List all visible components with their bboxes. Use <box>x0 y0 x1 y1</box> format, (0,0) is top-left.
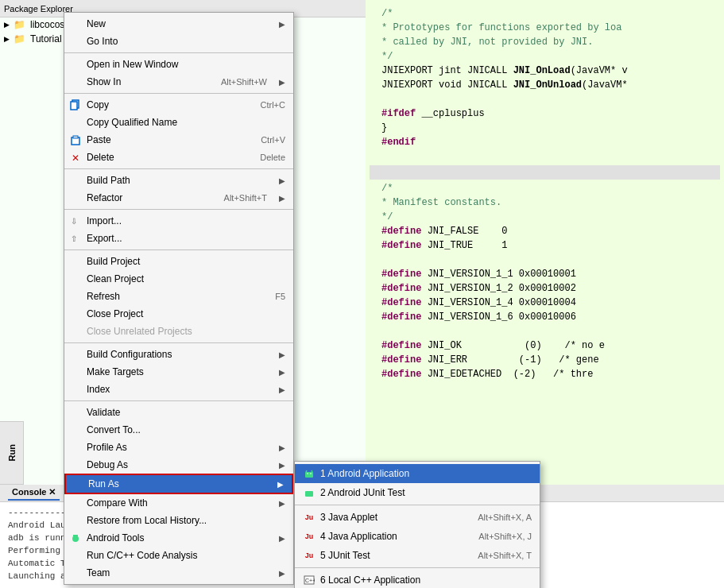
submenu-arrow-android-tools: ▶ <box>279 534 285 543</box>
tab-console[interactable]: Console ✕ <box>8 485 60 501</box>
menu-item-show-in[interactable]: Show In Alt+Shift+W ▶ <box>64 73 293 91</box>
run-button-label: Run <box>7 444 17 461</box>
menu-label-paste: Paste <box>87 134 111 145</box>
local-cpp-icon: C++ <box>303 574 316 586</box>
submenu-label-android-junit: 2 Android JUnit Test <box>320 487 405 498</box>
shortcut-show-in: Alt+Shift+W <box>221 77 267 87</box>
menu-item-debug-as[interactable]: Debug As ▶ <box>64 456 293 474</box>
submenu-run-as: 1 Android Application 2 Android JUnit Te… <box>294 461 540 588</box>
submenu-arrow-show-in: ▶ <box>279 78 285 87</box>
import-icon: ⇩ <box>69 215 82 227</box>
submenu-arrow-build-configurations: ▶ <box>279 350 285 359</box>
java-applet-icon: Ju <box>303 511 316 524</box>
menu-label-copy: Copy <box>87 99 109 110</box>
menu-label-delete: Delete <box>87 152 114 163</box>
submenu-item-junit-test[interactable]: Ju 5 JUnit Test Alt+Shift+X, T <box>295 546 540 565</box>
submenu-arrow-profile-as: ▶ <box>279 443 285 452</box>
menu-label-copy-qualified-name: Copy Qualified Name <box>87 117 177 128</box>
submenu-arrow-team: ▶ <box>279 569 285 578</box>
submenu-label-local-cpp: 6 Local C++ Application <box>320 574 420 586</box>
submenu-label-java-app: 4 Java Application <box>320 531 397 542</box>
menu-item-new[interactable]: New ▶ <box>64 15 293 33</box>
submenu-item-java-app[interactable]: Ju 4 Java Application Alt+Shift+X, J <box>295 527 540 546</box>
menu-item-convert-to[interactable]: Convert To... <box>64 421 293 439</box>
menu-item-build-project[interactable]: Build Project <box>64 253 293 270</box>
separator-7 <box>64 400 293 401</box>
menu-item-copy-qualified-name[interactable]: Copy Qualified Name <box>64 114 293 131</box>
menu-item-build-configurations[interactable]: Build Configurations ▶ <box>64 346 293 363</box>
menu-item-import[interactable]: ⇩ Import... <box>64 212 293 230</box>
menu-label-compare-with: Compare With <box>87 497 148 509</box>
menu-label-profile-as: Profile As <box>87 442 127 453</box>
submenu-item-android-junit[interactable]: 2 Android JUnit Test <box>295 483 540 502</box>
menu-label-show-in: Show In <box>87 76 121 87</box>
svg-text:⇧: ⇧ <box>71 234 77 243</box>
menu-item-index[interactable]: Index ▶ <box>64 381 293 398</box>
menu-label-close-project: Close Project <box>87 308 143 319</box>
separator-1 <box>64 52 293 53</box>
menu-label-android-tools: Android Tools <box>87 532 145 544</box>
menu-label-convert-to: Convert To... <box>87 424 141 435</box>
menu-item-build-path[interactable]: Build Path ▶ <box>64 172 293 189</box>
menu-label-build-configurations: Build Configurations <box>87 349 172 360</box>
shortcut-delete: Delete <box>260 153 285 162</box>
menu-label-build-path: Build Path <box>87 175 130 186</box>
separator-2 <box>64 93 293 94</box>
submenu-arrow-run-as: ▶ <box>277 480 284 489</box>
submenu-item-local-cpp[interactable]: C++ 6 Local C++ Application <box>295 571 540 588</box>
submenu-arrow-refactor: ▶ <box>279 194 285 203</box>
menu-item-copy[interactable]: Copy Ctrl+C <box>64 96 293 114</box>
menu-item-run-cpp-analysis[interactable]: Run C/C++ Code Analysis <box>64 547 293 564</box>
menu-item-refresh[interactable]: Refresh F5 <box>64 288 293 305</box>
shortcut-refactor: Alt+Shift+T <box>224 193 267 203</box>
menu-item-android-tools[interactable]: Android Tools ▶ <box>64 529 293 547</box>
separator-3 <box>64 168 293 169</box>
expand-arrow-icon2: ▶ <box>4 35 10 43</box>
android-junit-icon <box>303 486 316 499</box>
menu-item-delete[interactable]: ✕ Delete Delete <box>64 149 293 166</box>
menu-item-paste[interactable]: Paste Ctrl+V <box>64 131 293 149</box>
svg-point-12 <box>307 473 308 474</box>
context-menu: New ▶ Go Into Open in New Window Show In… <box>64 12 294 585</box>
separator-4 <box>64 209 293 210</box>
menu-item-refactor[interactable]: Refactor Alt+Shift+T ▶ <box>64 189 293 207</box>
menu-label-team: Team <box>87 567 110 578</box>
menu-item-restore-history[interactable]: Restore from Local History... <box>64 512 293 529</box>
menu-item-team[interactable]: Team ▶ <box>64 564 293 582</box>
submenu-label-java-applet: 3 Java Applet <box>320 512 377 523</box>
menu-item-close-unrelated: Close Unrelated Projects <box>64 323 293 340</box>
menu-item-compare-with[interactable]: Compare With ▶ <box>64 494 293 512</box>
svg-text:⇩: ⇩ <box>71 217 77 226</box>
shortcut-java-app: Alt+Shift+X, J <box>478 532 532 541</box>
menu-item-make-targets[interactable]: Make Targets ▶ <box>64 363 293 381</box>
menu-item-run-as[interactable]: Run As ▶ <box>64 474 293 494</box>
tree-item-label2: Tutorial <box>30 33 62 44</box>
submenu-label-junit-test: 5 JUnit Test <box>320 550 370 561</box>
menu-item-close-project[interactable]: Close Project <box>64 305 293 323</box>
menu-label-run-as: Run As <box>88 478 119 489</box>
run-button[interactable]: Run <box>0 421 24 485</box>
separator-6 <box>64 342 293 343</box>
sidebar-header: Package Explorer <box>4 4 73 14</box>
svg-line-10 <box>306 470 307 472</box>
svg-point-13 <box>310 473 312 474</box>
submenu-arrow-compare-with: ▶ <box>279 499 285 508</box>
submenu-arrow-build-path: ▶ <box>279 176 285 185</box>
svg-line-11 <box>312 470 312 472</box>
menu-item-validate[interactable]: Validate <box>64 404 293 421</box>
menu-item-open-new-window[interactable]: Open in New Window <box>64 56 293 73</box>
shortcut-copy: Ctrl+C <box>261 100 285 110</box>
submenu-item-android-app[interactable]: 1 Android Application <box>295 464 540 483</box>
menu-item-clean-project[interactable]: Clean Project <box>64 270 293 288</box>
submenu-arrow-new: ▶ <box>279 20 285 29</box>
menu-item-profile-as[interactable]: Profile As ▶ <box>64 439 293 456</box>
sub-separator-1 <box>295 505 540 505</box>
svg-rect-3 <box>73 136 78 138</box>
menu-item-export[interactable]: ⇧ Export... <box>64 230 293 247</box>
menu-label-restore-history: Restore from Local History... <box>87 515 207 526</box>
submenu-item-java-applet[interactable]: Ju 3 Java Applet Alt+Shift+X, A <box>295 508 540 527</box>
menu-label-run-cpp-analysis: Run C/C++ Code Analysis <box>87 550 197 561</box>
folder-icon: 📁 <box>14 19 25 30</box>
menu-label-build-project: Build Project <box>87 256 140 267</box>
menu-item-go-into[interactable]: Go Into <box>64 33 293 50</box>
